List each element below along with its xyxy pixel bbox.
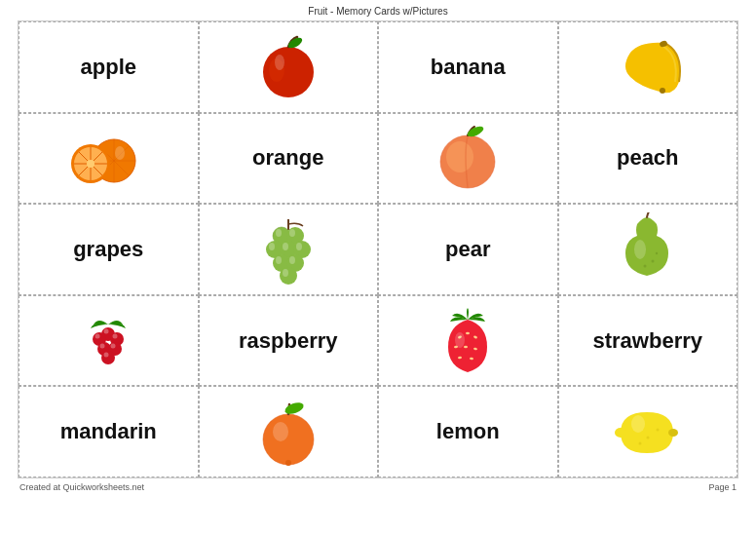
raspberry-label: raspberry	[239, 328, 338, 354]
svg-point-54	[100, 343, 105, 348]
cell-banana-img	[558, 21, 738, 113]
banana-image	[609, 33, 687, 101]
pear-label: pear	[445, 237, 490, 262]
orange-image	[69, 124, 147, 192]
svg-point-71	[615, 428, 626, 438]
strawberry-label: strawberry	[592, 328, 702, 354]
memory-card-grid: apple banana	[18, 20, 738, 478]
svg-point-69	[284, 400, 305, 416]
cell-apple-text: apple	[19, 21, 199, 113]
peach-image	[429, 124, 507, 192]
lemon-image	[609, 398, 687, 466]
svg-point-18	[87, 160, 94, 168]
strawberry-image	[429, 307, 507, 375]
svg-point-74	[647, 436, 650, 439]
cell-raspberry-text: raspberry	[199, 295, 379, 387]
cell-lemon-img	[558, 386, 738, 477]
svg-point-51	[104, 328, 109, 333]
cell-mandarin-text: mandarin	[19, 386, 199, 477]
svg-point-58	[466, 331, 470, 333]
svg-point-53	[113, 333, 118, 338]
cell-raspberry-img	[19, 295, 199, 387]
svg-point-40	[283, 269, 288, 277]
svg-point-3	[275, 55, 284, 70]
footer-right: Page 1	[708, 482, 737, 492]
svg-point-68	[273, 422, 288, 441]
cell-strawberry-text: strawberry	[558, 295, 738, 387]
svg-point-65	[455, 332, 465, 348]
mandarin-image	[249, 398, 327, 466]
apple-image	[249, 33, 327, 101]
pear-image	[609, 215, 687, 284]
page-title: Fruit - Memory Cards w/Pictures	[308, 6, 447, 17]
svg-point-41	[634, 240, 646, 259]
svg-point-66	[263, 414, 314, 465]
cell-lemon-text: lemon	[378, 386, 558, 477]
svg-point-50	[101, 351, 115, 364]
cell-orange-img	[19, 113, 199, 205]
apple-label: apple	[81, 55, 136, 80]
grapes-label: grapes	[73, 237, 143, 262]
svg-point-76	[639, 441, 642, 444]
cell-peach-text: peach	[558, 113, 738, 205]
svg-point-42	[652, 260, 655, 263]
svg-point-22	[446, 141, 473, 172]
cell-banana-text: banana	[378, 21, 558, 113]
svg-point-26	[276, 229, 282, 237]
svg-point-70	[285, 460, 291, 466]
banana-label: banana	[431, 55, 506, 80]
cell-strawberry-img	[378, 295, 558, 387]
cell-orange-text: orange	[199, 113, 379, 205]
svg-point-19	[115, 146, 125, 160]
svg-point-38	[289, 256, 295, 264]
cell-apple-img	[199, 21, 379, 113]
svg-point-5	[660, 88, 665, 94]
svg-point-32	[283, 243, 288, 250]
svg-point-73	[631, 415, 645, 433]
svg-point-55	[111, 343, 116, 348]
svg-point-75	[657, 428, 660, 431]
svg-point-28	[289, 229, 295, 237]
svg-point-43	[644, 265, 647, 268]
svg-point-36	[276, 256, 282, 264]
peach-label: peach	[617, 145, 679, 171]
svg-point-56	[104, 352, 109, 357]
svg-point-61	[464, 345, 468, 347]
cell-pear-text: pear	[378, 204, 558, 295]
footer: Created at Quickworksheets.net Page 1	[18, 482, 738, 492]
grapes-image	[249, 215, 327, 284]
svg-point-52	[95, 333, 100, 338]
cell-peach-img	[378, 113, 558, 205]
cell-pear-img	[558, 204, 738, 295]
lemon-label: lemon	[436, 419, 500, 444]
orange-label: orange	[252, 145, 323, 171]
svg-point-44	[656, 252, 658, 254]
cell-grapes-img	[199, 204, 379, 295]
svg-point-30	[269, 243, 275, 250]
raspberry-image	[69, 307, 147, 375]
footer-left: Created at Quickworksheets.net	[19, 482, 144, 492]
cell-grapes-text: grapes	[19, 204, 199, 295]
cell-mandarin-img	[199, 386, 379, 477]
svg-point-39	[280, 267, 297, 285]
svg-point-72	[668, 429, 678, 437]
mandarin-label: mandarin	[60, 419, 157, 444]
svg-point-34	[296, 243, 302, 250]
